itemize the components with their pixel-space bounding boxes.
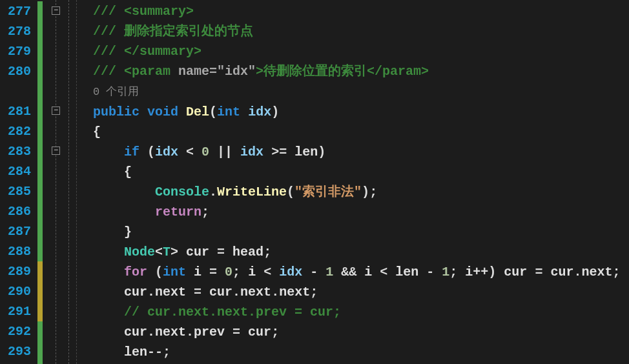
fold-guide-line [68, 0, 69, 364]
code-line[interactable]: } [93, 222, 629, 242]
code-line[interactable]: /// </summary> [93, 41, 629, 61]
change-mark-saved [37, 321, 43, 364]
code-line[interactable]: Node<T> cur = head; [93, 242, 629, 262]
line-number-gutter: 277 278 279 280 281 282 283 284 285 286 … [0, 0, 36, 364]
line-number[interactable]: 289 [3, 261, 31, 281]
line-number[interactable]: 277 [3, 1, 31, 21]
fold-toggle-icon[interactable]: − [52, 106, 60, 115]
line-number[interactable]: 293 [3, 341, 31, 361]
line-number[interactable]: 290 [3, 281, 31, 301]
line-number[interactable]: 284 [3, 161, 31, 181]
line-number [3, 81, 31, 101]
code-line[interactable]: { [93, 162, 629, 182]
line-number[interactable]: 286 [3, 201, 31, 221]
code-line[interactable]: cur.next = cur.next.next; [93, 282, 629, 302]
code-line[interactable]: // cur.next.next.prev = cur; [93, 302, 629, 322]
code-line[interactable]: if (idx < 0 || idx >= len) [93, 142, 629, 162]
line-number[interactable]: 282 [3, 121, 31, 141]
line-number[interactable]: 287 [3, 221, 31, 241]
line-number[interactable]: 294 [3, 361, 31, 364]
fold-gutter: − − − [48, 0, 74, 364]
change-marker-gutter [36, 0, 48, 364]
line-number[interactable]: 288 [3, 241, 31, 261]
code-line[interactable]: public void Del(int idx) [93, 102, 629, 122]
code-content[interactable]: /// <summary> /// 删除指定索引处的节点 /// </summa… [74, 0, 629, 364]
change-mark-saved [37, 1, 43, 261]
code-line[interactable]: len--; [93, 342, 629, 362]
code-line[interactable]: cur.next.prev = cur; [93, 322, 629, 342]
line-number[interactable]: 278 [3, 21, 31, 41]
line-number[interactable]: 281 [3, 101, 31, 121]
fold-toggle-icon[interactable]: − [52, 6, 60, 15]
line-number[interactable]: 280 [3, 61, 31, 81]
line-number[interactable]: 279 [3, 41, 31, 61]
code-line[interactable]: for (int i = 0; i < idx - 1 && i < len -… [93, 262, 629, 282]
line-number[interactable]: 292 [3, 321, 31, 341]
line-number[interactable]: 285 [3, 181, 31, 201]
code-line[interactable]: /// <summary> [93, 1, 629, 21]
code-line[interactable]: Console.WriteLine("索引非法"); [93, 182, 629, 202]
code-editor: 277 278 279 280 281 282 283 284 285 286 … [0, 0, 629, 364]
change-mark-unsaved [37, 261, 43, 321]
code-line[interactable]: /// 删除指定索引处的节点 [93, 21, 629, 41]
fold-guide-line [56, 0, 56, 364]
line-number[interactable]: 291 [3, 301, 31, 321]
fold-toggle-icon[interactable]: − [52, 147, 60, 155]
code-line[interactable]: /// <param name="idx">待删除位置的索引</param> [93, 61, 629, 81]
code-line[interactable]: return; [93, 202, 629, 222]
code-line[interactable]: { [93, 122, 629, 142]
line-number[interactable]: 283 [3, 141, 31, 161]
codelens-references[interactable]: 0 个引用 [93, 81, 629, 102]
